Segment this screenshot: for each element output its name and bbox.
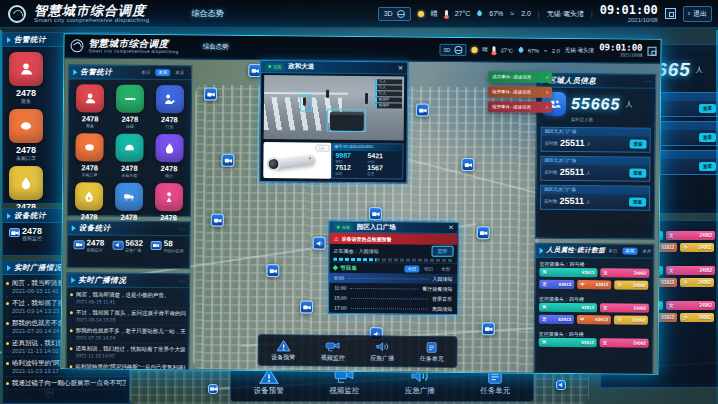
- broadcast-item[interactable]: 闻言，我当即清楚，这是小薇的声音。2021-06-15 11:41: [70, 289, 186, 308]
- toast-danger[interactable]: 报警事件--描述信息›: [488, 101, 552, 113]
- location-label: 无锡·鼋头渚: [565, 47, 594, 54]
- camera-marker[interactable]: [416, 104, 429, 117]
- mode-3d-toggle[interactable]: 3D: [378, 7, 411, 21]
- camera-stats-panel: 编号-SXJ20210310001 9987抓拍 5421识别 7512比对 1…: [331, 143, 403, 180]
- camera-marker[interactable]: [204, 87, 217, 100]
- stat-pill-female: 女24062: [600, 338, 649, 347]
- panel-arrow-icon: [72, 225, 76, 231]
- view-button[interactable]: 查看: [629, 198, 646, 207]
- detection-tag: 行人: [375, 85, 402, 90]
- detection-tag: 机动车: [375, 103, 402, 108]
- broadcast-item[interactable]: 我通过镜子向一颗心脏展示一点奇不可言的晶丝经络…: [6, 377, 126, 390]
- dashboard-preview-window[interactable]: 智慧城市综合调度 Smart city comprehensive dispat…: [60, 33, 661, 375]
- schedule-row[interactable]: 17:00离园须知: [329, 303, 457, 314]
- camera-marker[interactable]: [477, 226, 490, 239]
- camera-marker[interactable]: [266, 264, 279, 277]
- dock-label: 任务单元: [480, 386, 510, 396]
- pager[interactable]: 1/3 ›: [315, 145, 329, 152]
- nav-tab-overview[interactable]: 综合态势: [203, 42, 229, 51]
- device-label: 视频监控: [22, 235, 42, 241]
- tab-week[interactable]: 本周: [622, 248, 637, 255]
- playlist-tab-all[interactable]: 全部: [438, 265, 453, 272]
- camera-marker[interactable]: [461, 158, 474, 171]
- speaker-marker[interactable]: [556, 380, 566, 390]
- camera-marker[interactable]: [221, 154, 234, 167]
- chevron-right-icon: ›: [546, 90, 548, 95]
- pedestrian: [365, 93, 368, 104]
- alarm-tile[interactable]: 2478聚集: [71, 82, 110, 130]
- speaker-marker[interactable]: [313, 237, 326, 250]
- camera-marker[interactable]: [369, 207, 382, 220]
- alarm-tile[interactable]: 2478烟火: [150, 132, 189, 180]
- camera-marker[interactable]: [482, 322, 495, 335]
- view-button[interactable]: 查看: [699, 162, 716, 171]
- fullscreen-button[interactable]: [665, 8, 676, 19]
- online-badge: 在线: [334, 223, 353, 231]
- alarm-tile-icon: [155, 183, 183, 211]
- tab-today[interactable]: 本日: [138, 69, 153, 76]
- alarm-tile[interactable]: 2478 聚集: [5, 50, 47, 106]
- alarm-tile[interactable]: 2478 未戴口罩: [5, 107, 47, 163]
- temp-label: 27°C: [455, 10, 471, 17]
- stat-pill-old: 老63913: [539, 280, 574, 289]
- view-button[interactable]: 查看: [699, 104, 716, 113]
- alarm-tile[interactable]: 2478未戴头盔: [110, 132, 149, 180]
- total-people-unit: 人: [625, 100, 632, 110]
- dock-item-video-monitor[interactable]: 视频监控: [317, 337, 349, 364]
- close-icon[interactable]: ✕: [448, 225, 454, 231]
- nav-tab-overview[interactable]: 综合态势: [191, 8, 223, 19]
- alarm-tile-icon: [75, 182, 103, 210]
- stat-pill-mid: 中63913: [577, 315, 611, 324]
- broadcast-item[interactable]: 还真别说，我幻想过，恍如站着了世界个大设备精造…2021-11-13 14:02: [69, 343, 185, 362]
- more-icon[interactable]: ⋯: [179, 225, 186, 232]
- stat-pill-female: 女24062: [600, 268, 649, 277]
- alarm-tile[interactable]: 2478打架: [150, 83, 189, 131]
- tab-month[interactable]: 本月: [172, 69, 187, 76]
- alarm-tile[interactable]: 2478未戴口罩: [70, 131, 109, 179]
- device-stat: 58智能AI监测: [151, 240, 184, 253]
- ai-monitor-icon: [151, 241, 162, 250]
- panel-title: 设备统计: [14, 211, 46, 221]
- view-button[interactable]: 查看: [629, 169, 646, 178]
- tab-today[interactable]: 本日: [605, 247, 620, 254]
- camera-icon: [73, 240, 84, 249]
- playlist-tab-tomorrow[interactable]: 明日: [421, 265, 436, 272]
- toast-success[interactable]: 成功事件--描述信息›: [488, 71, 552, 83]
- dock-item-emergency-broadcast[interactable]: 应急广播: [366, 338, 398, 365]
- playlist-tab-today[interactable]: 今日: [404, 265, 419, 272]
- tab-week[interactable]: 本周: [155, 69, 170, 76]
- camera-marker[interactable]: [300, 300, 313, 313]
- exit-button[interactable]: ›退出: [683, 6, 712, 22]
- more-icon[interactable]: ⋯: [178, 277, 185, 284]
- more-icon[interactable]: ⋯: [644, 78, 651, 85]
- tab-month[interactable]: 本月: [639, 248, 654, 255]
- alarm-panel: 告警统计 本日 本周 本月 2478聚集 2478抽烟 2478打架 2478未…: [67, 64, 192, 217]
- chevron-right-icon: ›: [546, 75, 548, 80]
- camera-stat: 5421识别: [367, 152, 399, 164]
- humidity-icon: [517, 46, 524, 53]
- camera-marker[interactable]: [208, 384, 218, 394]
- broadcast-item[interactable]: 不过，我却摇了摇头，反问这孩子肯不肯的问题？2021-03-14 13:23: [70, 307, 186, 326]
- fullscreen-button[interactable]: [647, 47, 656, 56]
- dock-item-device-alert[interactable]: 设备预警: [267, 337, 299, 364]
- camera-stat: 9987抓拍: [335, 152, 367, 164]
- broadcast-item[interactable]: 那我的也就差不多，老子只要站那儿一站，王霸之气…2021-07-20 14:24: [70, 325, 186, 344]
- listen-button[interactable]: 监听: [431, 246, 453, 257]
- toast-warning[interactable]: 预警事件--描述信息›: [488, 86, 552, 98]
- camera-photo: [273, 154, 316, 170]
- view-button[interactable]: 查看: [630, 140, 647, 149]
- alarm-tile-icon: [116, 85, 144, 113]
- mode-3d-toggle[interactable]: 3D: [439, 43, 466, 55]
- alarm-tile[interactable]: 2478抽烟: [110, 83, 149, 131]
- online-dot-icon: [337, 225, 340, 228]
- camera-marker[interactable]: [211, 214, 224, 227]
- close-icon[interactable]: ✕: [398, 65, 404, 71]
- alarm-tile-icon: [76, 133, 104, 161]
- wind-icon: ≈: [544, 47, 547, 53]
- detection-tag: 行人: [375, 79, 402, 84]
- view-button[interactable]: 查看: [699, 133, 716, 142]
- dock-item-task-unit[interactable]: 任务单元: [416, 338, 448, 365]
- stat-pill-young: 少24062: [614, 315, 648, 324]
- dock-label: 设备预警: [254, 386, 284, 396]
- live-video-feed[interactable]: 行人 行人 行人 机动车 机动车: [264, 75, 405, 140]
